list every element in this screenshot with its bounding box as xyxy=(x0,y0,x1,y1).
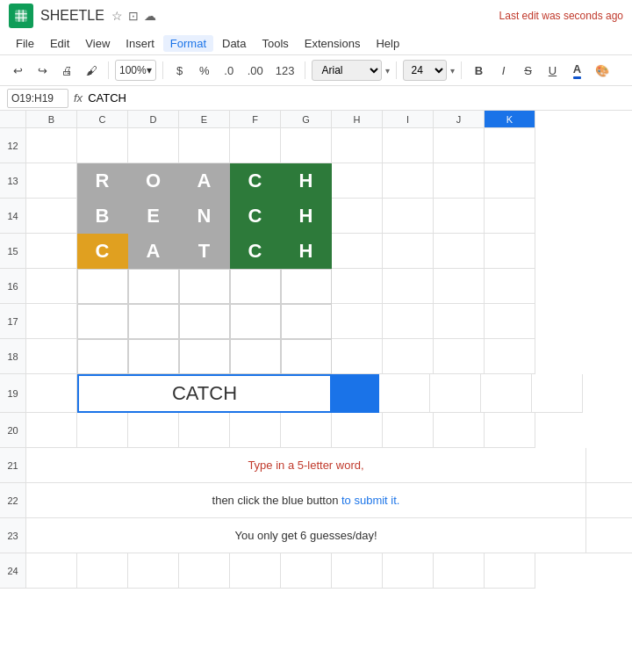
cell-f16[interactable] xyxy=(230,269,281,304)
cell-h17[interactable] xyxy=(332,304,383,339)
cloud-icon[interactable]: ☁ xyxy=(144,9,156,23)
cell-g15[interactable]: H xyxy=(281,234,332,269)
menu-file[interactable]: File xyxy=(9,35,41,52)
cell-h16[interactable] xyxy=(332,269,383,304)
cell-i12[interactable] xyxy=(383,128,434,163)
cell-j15[interactable] xyxy=(434,234,485,269)
cell-f15[interactable]: C xyxy=(230,234,281,269)
cell-i17[interactable] xyxy=(383,304,434,339)
menu-extensions[interactable]: Extensions xyxy=(298,35,368,52)
col-header-h[interactable]: H xyxy=(332,111,383,128)
cell-f20[interactable] xyxy=(230,413,281,448)
cell-i24[interactable] xyxy=(383,553,434,589)
cell-g24[interactable] xyxy=(281,553,332,589)
cell-i15[interactable] xyxy=(383,234,434,269)
cell-k17[interactable] xyxy=(485,304,535,339)
cell-h15[interactable] xyxy=(332,234,383,269)
decimal-less-button[interactable]: .0 xyxy=(219,59,240,82)
underline-button[interactable]: U xyxy=(542,59,563,82)
cell-g14[interactable]: H xyxy=(281,199,332,234)
cell-j24[interactable] xyxy=(434,553,485,589)
cell-c15[interactable]: C xyxy=(77,234,128,269)
cell-c16[interactable] xyxy=(77,269,128,304)
cell-i19[interactable] xyxy=(430,374,481,413)
cell-k18[interactable] xyxy=(485,339,535,374)
formula-input[interactable] xyxy=(88,91,625,105)
text-color-button[interactable]: A xyxy=(566,59,587,82)
cell-c13[interactable]: R xyxy=(77,163,128,199)
menu-view[interactable]: View xyxy=(78,35,117,52)
cell-f13[interactable]: C xyxy=(230,163,281,199)
menu-format[interactable]: Format xyxy=(163,35,213,52)
cell-j14[interactable] xyxy=(434,199,485,234)
cell-d16[interactable] xyxy=(128,269,179,304)
cell-h13[interactable] xyxy=(332,163,383,199)
cell-k22[interactable] xyxy=(586,483,632,518)
cell-g16[interactable] xyxy=(281,269,332,304)
cell-b19[interactable] xyxy=(26,374,77,413)
cell-e24[interactable] xyxy=(179,553,230,589)
cell-k19[interactable] xyxy=(532,374,583,413)
bold-button[interactable]: B xyxy=(468,59,489,82)
cell-k16[interactable] xyxy=(485,269,535,304)
cell-f17[interactable] xyxy=(230,304,281,339)
cell-c24[interactable] xyxy=(77,553,128,589)
undo-button[interactable]: ↩ xyxy=(7,59,28,82)
cell-d17[interactable] xyxy=(128,304,179,339)
cell-i13[interactable] xyxy=(383,163,434,199)
cell-e20[interactable] xyxy=(179,413,230,448)
zoom-select[interactable]: 100% ▾ xyxy=(115,60,156,81)
font-select[interactable]: Arial xyxy=(312,60,382,81)
cell-k23[interactable] xyxy=(586,518,632,553)
cell-d18[interactable] xyxy=(128,339,179,374)
cell-h14[interactable] xyxy=(332,199,383,234)
cell-h12[interactable] xyxy=(332,128,383,163)
col-header-g[interactable]: G xyxy=(281,111,332,128)
cell-h19[interactable] xyxy=(379,374,430,413)
print-button[interactable]: 🖨 xyxy=(56,59,77,82)
cell-g13[interactable]: H xyxy=(281,163,332,199)
cell-d20[interactable] xyxy=(128,413,179,448)
cell-j17[interactable] xyxy=(434,304,485,339)
cell-e18[interactable] xyxy=(179,339,230,374)
col-header-k[interactable]: K xyxy=(485,111,535,128)
cell-b14[interactable] xyxy=(26,199,77,234)
fill-color-button[interactable]: 🎨 xyxy=(591,59,614,82)
cell-c20[interactable] xyxy=(77,413,128,448)
cell-b18[interactable] xyxy=(26,339,77,374)
cell-d15[interactable]: A xyxy=(128,234,179,269)
col-header-f[interactable]: F xyxy=(230,111,281,128)
cell-d14[interactable]: E xyxy=(128,199,179,234)
cell-b17[interactable] xyxy=(26,304,77,339)
decimal-more-button[interactable]: .00 xyxy=(243,59,268,82)
menu-tools[interactable]: Tools xyxy=(255,35,295,52)
redo-button[interactable]: ↪ xyxy=(32,59,53,82)
cell-k14[interactable] xyxy=(485,199,535,234)
italic-button[interactable]: I xyxy=(492,59,514,82)
cell-i18[interactable] xyxy=(383,339,434,374)
cell-f18[interactable] xyxy=(230,339,281,374)
menu-data[interactable]: Data xyxy=(215,35,253,52)
menu-edit[interactable]: Edit xyxy=(43,35,76,52)
col-header-j[interactable]: J xyxy=(434,111,485,128)
star-icon[interactable]: ☆ xyxy=(111,9,123,23)
cell-d24[interactable] xyxy=(128,553,179,589)
cell-i16[interactable] xyxy=(383,269,434,304)
cell-f14[interactable]: C xyxy=(230,199,281,234)
cell-e13[interactable]: A xyxy=(179,163,230,199)
col-header-d[interactable]: D xyxy=(128,111,179,128)
cell-j13[interactable] xyxy=(434,163,485,199)
strikethrough-button[interactable]: S xyxy=(517,59,538,82)
cell-b12[interactable] xyxy=(26,128,77,163)
cell-e15[interactable]: T xyxy=(179,234,230,269)
cell-j12[interactable] xyxy=(434,128,485,163)
paint-format-button[interactable]: 🖌 xyxy=(81,59,102,82)
folder-icon[interactable]: ⊡ xyxy=(128,9,139,23)
cell-e16[interactable] xyxy=(179,269,230,304)
cell-j19[interactable] xyxy=(481,374,532,413)
cell-i20[interactable] xyxy=(383,413,434,448)
cell-k13[interactable] xyxy=(485,163,535,199)
cell-b16[interactable] xyxy=(26,269,77,304)
cell-c14[interactable]: B xyxy=(77,199,128,234)
cell-d12[interactable] xyxy=(128,128,179,163)
